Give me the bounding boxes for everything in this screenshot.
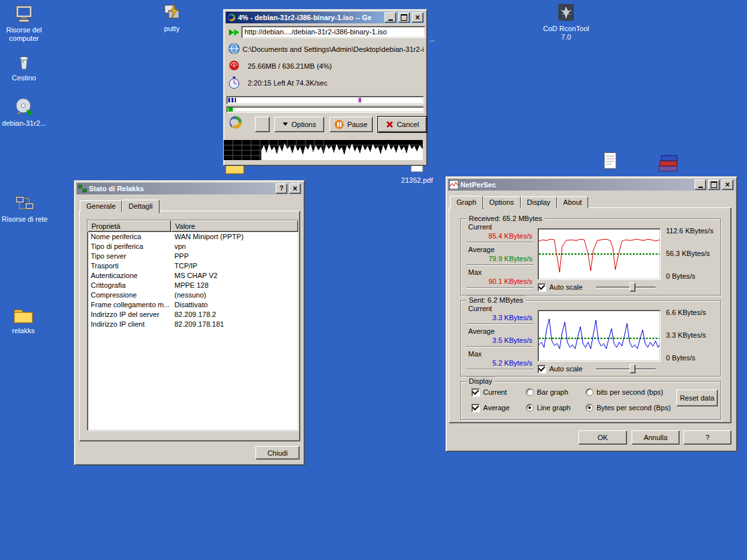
received-autoscale-checkbox[interactable] — [538, 283, 546, 292]
icon-label: debian-31r2... — [1, 119, 47, 128]
icon-label: Risorse di rete — [1, 215, 48, 224]
desktop-icon-debian-iso[interactable]: debian-31r2... — [1, 97, 47, 128]
table-row[interactable]: AutenticazioneMS CHAP V2 — [88, 271, 298, 281]
sent-max-value: 5.2 KBytes/s — [466, 359, 532, 367]
download-titlebar[interactable]: 4% - debian-31r2-i386-binary-1.iso -- Ge… — [226, 12, 425, 23]
table-row[interactable]: Nome perifericaWAN Miniport (PPTP) — [88, 232, 298, 242]
getright-logo-icon[interactable] — [228, 115, 243, 130]
display-group: Display Current Average Bar graph Line g… — [460, 381, 721, 420]
tab-about[interactable]: About — [557, 196, 589, 208]
display-current-checkbox[interactable] — [471, 388, 480, 397]
ok-button[interactable]: OK — [578, 430, 627, 445]
cancel-button[interactable]: Cancel — [378, 117, 427, 132]
tab-display[interactable]: Display — [521, 196, 557, 208]
table-row[interactable]: TrasportiTCP/IP — [88, 261, 298, 271]
table-row[interactable]: Compressione(nessuno) — [88, 290, 298, 300]
download-url-field[interactable]: http://debian..../debian-31r2-i386-binar… — [241, 26, 425, 38]
network-icon — [14, 193, 35, 214]
netpersec-titlebar[interactable]: NetPerSec × — [448, 179, 735, 191]
table-row[interactable]: CrittografiaMPPE 128 — [88, 281, 298, 290]
close-button[interactable]: × — [412, 12, 423, 23]
help-button[interactable]: ? — [276, 183, 287, 194]
desktop-icon-recycle-bin[interactable]: Cestino — [1, 52, 47, 82]
overall-progress-bar — [226, 106, 424, 113]
line-graph-radio[interactable] — [526, 404, 534, 412]
minimize-button[interactable] — [694, 180, 706, 190]
tab-options[interactable]: Options — [483, 196, 521, 208]
cancel-label: Cancel — [397, 121, 419, 128]
sent-scale-mid: 3.3 KBytes/s — [666, 331, 706, 339]
minimize-button[interactable] — [385, 12, 396, 23]
bits-per-second-radio[interactable] — [586, 388, 593, 396]
icon-label: CoD RconTool 7.0 — [543, 25, 589, 41]
maximize-button[interactable] — [708, 180, 720, 190]
desktop[interactable]: Risorse del computer Cestino debian-31r2… — [0, 0, 747, 560]
received-current-value: 85.4 KBytes/s — [466, 232, 532, 240]
bytes-per-second-label: Bytes per second (Bps) — [597, 404, 670, 412]
tab-generale[interactable]: Generale — [80, 200, 122, 212]
desktop-icon-notepad[interactable] — [587, 150, 634, 171]
timer-icon — [228, 76, 240, 89]
close-dialog-button[interactable]: Chiudi — [255, 446, 300, 460]
options-button[interactable]: Options — [274, 117, 324, 132]
sent-autoscale-checkbox[interactable] — [538, 365, 546, 373]
close-button[interactable]: × — [289, 183, 301, 194]
table-row[interactable]: Indirizzo IP client82.209.178.181 — [88, 320, 298, 329]
download-title: 4% - debian-31r2-i386-binary-1.iso -- Ge — [238, 14, 383, 21]
table-row[interactable]: Indirizzo IP del server82.209.178.2 — [88, 310, 298, 320]
pause-label: Pause — [347, 121, 367, 128]
sent-average-label: Average — [468, 327, 495, 335]
sent-scale-slider[interactable] — [596, 364, 656, 374]
bar-graph-radio[interactable] — [526, 388, 534, 396]
display-average-checkbox[interactable] — [471, 404, 480, 412]
recycle-bin-icon — [14, 52, 34, 73]
sent-average-value: 3.5 KBytes/s — [466, 336, 532, 344]
received-scale-zero: 0 Bytes/s — [666, 272, 695, 280]
tab-dettagli[interactable]: Dettagli — [122, 200, 159, 213]
sent-scale-top: 6.6 KBytes/s — [666, 309, 706, 316]
table-row[interactable]: Tipo serverPPP — [88, 251, 298, 261]
download-window: 4% - debian-31r2-i386-binary-1.iso -- Ge… — [223, 9, 427, 166]
desktop-icon-putty[interactable]: putty — [148, 3, 195, 33]
close-button[interactable]: × — [722, 180, 733, 190]
bytes-per-second-radio[interactable] — [586, 404, 593, 412]
relakks-titlebar[interactable]: Stato di Relakks ? × — [77, 183, 302, 194]
received-scale-slider[interactable] — [596, 282, 656, 292]
sent-group: Sent: 6.2 MBytes Current 3.3 KBytes/s Av… — [460, 300, 721, 377]
download-progress-icon — [228, 60, 240, 71]
maximize-button[interactable] — [398, 12, 410, 23]
pause-button[interactable]: Pause — [329, 117, 373, 132]
column-header-valore[interactable]: Valore — [171, 220, 298, 232]
desktop-icon-cod-rcontool[interactable]: CoD RconTool 7.0 — [543, 3, 589, 41]
desktop-icon-relakks[interactable]: relakks — [0, 305, 47, 335]
received-autoscale-label: Auto scale — [549, 283, 582, 291]
table-row[interactable]: Frame collegamento m...Disattivato — [88, 300, 298, 310]
extra-button[interactable] — [255, 117, 270, 132]
clipped-icon-label: ... — [429, 35, 442, 43]
reset-data-button[interactable]: Reset data — [676, 390, 718, 406]
desktop-icon-my-computer[interactable]: Risorse del computer — [1, 4, 47, 43]
help-label: ? — [706, 434, 709, 441]
annulla-button[interactable]: Annulla — [632, 430, 680, 445]
received-max-value: 90.1 KBytes/s — [466, 277, 532, 285]
received-group: Received: 65.2 MBytes Current 85.4 KByte… — [460, 218, 721, 296]
netpersec-icon — [449, 180, 458, 189]
desktop-icon-network[interactable]: Risorse di rete — [1, 193, 48, 224]
download-path-text: C:\Documents and Settings\Admin\Desktop\… — [243, 45, 423, 53]
help-dialog-button[interactable]: ? — [683, 430, 731, 445]
relakks-detail-list: Proprietà Valore Nome perifericaWAN Mini… — [87, 220, 299, 431]
received-scale-mid: 56.3 KBytes/s — [666, 250, 710, 257]
sent-caption: Sent: 6.2 MBytes — [466, 296, 526, 305]
received-graph — [538, 228, 661, 280]
tab-graph[interactable]: Graph — [450, 196, 483, 209]
icon-label: putty — [148, 25, 195, 33]
received-max-label: Max — [468, 268, 482, 276]
options-label: Options — [292, 121, 316, 128]
desktop-icon-winrar[interactable] — [645, 154, 691, 172]
received-caption: Received: 65.2 MBytes — [466, 214, 545, 223]
cancel-icon — [386, 121, 394, 128]
column-header-proprieta[interactable]: Proprietà — [88, 220, 171, 232]
relakks-title: Stato di Relakks — [89, 185, 274, 192]
table-row[interactable]: Tipo di perifericavpn — [88, 242, 298, 251]
double-arrow-icon — [228, 28, 241, 37]
